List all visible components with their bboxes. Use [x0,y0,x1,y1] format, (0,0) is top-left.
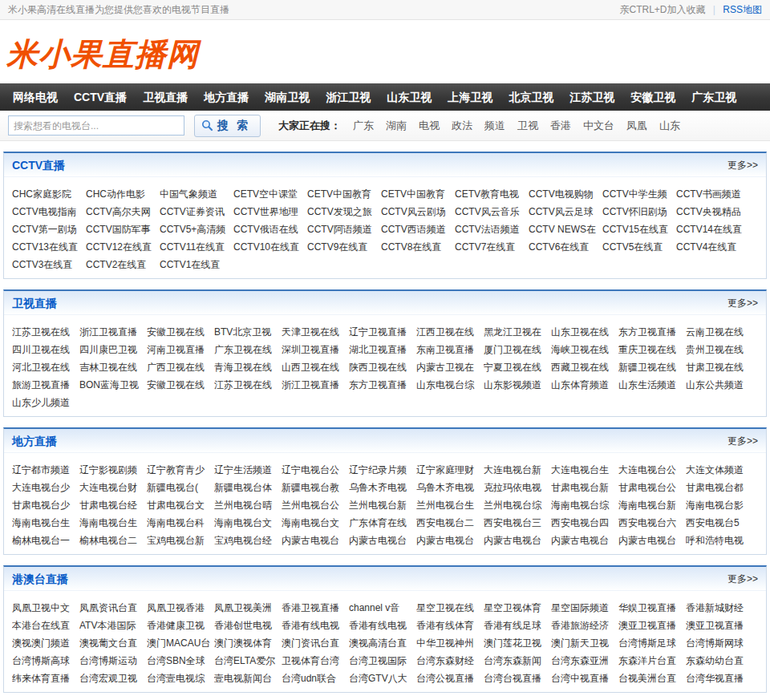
channel-link[interactable]: 台湾东森亚洲 [551,655,609,666]
channel-link[interactable]: 云南卫视在线 [686,326,744,338]
more-link[interactable]: 更多>> [727,291,758,315]
channel-link[interactable]: CCTV电视购物 [529,188,594,200]
channel-link[interactable]: 乌鲁木齐电视 [349,482,407,493]
rss-map-link[interactable]: RSS地图 [723,4,762,15]
site-logo[interactable]: 米小果直播网 [0,20,199,76]
channel-link[interactable]: CCTV发现之旅 [307,206,372,217]
channel-link[interactable]: 安徽卫视在线 [147,326,205,338]
channel-link[interactable]: CCTV8在线直 [381,241,441,253]
channel-link[interactable]: 江苏卫视在线 [214,379,272,390]
channel-link[interactable]: 台湾壹电视综 [147,673,205,684]
section-title[interactable]: 地方直播 [12,429,57,453]
more-link[interactable]: 更多>> [727,567,758,591]
channel-link[interactable]: 香港健康卫视 [147,620,205,631]
channel-link[interactable]: 甘肃电视台公 [618,482,676,493]
channel-link[interactable]: 内蒙古电视台 [618,535,676,546]
channel-link[interactable]: 香港有线体育 [416,620,474,631]
channel-link[interactable]: CCTV中学生频 [602,188,667,200]
channel-link[interactable]: 山东少儿频道 [12,397,70,408]
channel-link[interactable]: 卫视体育台湾 [282,655,339,666]
channel-link[interactable]: CETV空中课堂 [233,188,298,200]
channel-link[interactable]: CCTV风云音乐 [455,206,520,217]
channel-link[interactable]: 辽宁教育青少 [147,464,205,475]
channel-link[interactable]: 香港新城财经 [686,602,744,613]
channel-link[interactable]: 澳门新天卫视 [551,637,609,649]
add-favorite-link[interactable]: 亲CTRL+D加入收藏 [619,4,705,15]
channel-link[interactable]: 台湾SBN全球 [147,655,205,666]
channel-link[interactable]: CCTV12在线直 [86,241,152,253]
channel-link[interactable]: CCTV5+高清频 [160,224,225,235]
channel-link[interactable]: CCTV15在线直 [602,224,668,235]
channel-link[interactable]: CCTV世界地理 [233,206,298,217]
channel-link[interactable]: 澳门MACAU台 [147,637,210,649]
channel-link[interactable]: 中国气象频道 [160,188,217,200]
channel-link[interactable]: 山东卫视在线 [551,326,609,338]
channel-link[interactable]: 东南卫视直播 [416,344,474,355]
channel-link[interactable]: 香港卫视直播 [282,602,339,613]
channel-link[interactable]: 辽宁影视剧频 [79,464,137,475]
channel-link[interactable]: 乌鲁木齐电视 [416,482,474,493]
channel-link[interactable]: 辽宁卫视直播 [349,326,407,338]
channel-link[interactable]: 甘肃电视台都 [686,482,744,493]
channel-link[interactable]: CCTV14在线直 [676,224,742,235]
channel-link[interactable]: 榆林电视台二 [79,535,137,546]
search-button[interactable]: 搜 索 [194,115,261,137]
channel-link[interactable]: 澳门资讯台直 [282,637,339,649]
channel-link[interactable]: ATV本港国际 [79,620,136,631]
channel-link[interactable]: 香港旅游经济 [551,620,609,631]
channel-link[interactable]: 台湾卫视国际 [349,655,407,666]
channel-link[interactable]: 凤凰卫视香港 [147,602,205,613]
channel-link[interactable]: 湖北卫视直播 [349,344,407,355]
channel-link[interactable]: 江西卫视在线 [416,326,474,338]
channel-link[interactable]: 宁夏卫视在线 [484,362,541,373]
channel-link[interactable]: CCTV1在线直 [160,259,220,270]
channel-link[interactable]: 中华卫视神州 [416,637,474,649]
channel-link[interactable]: 台湾东森财经 [416,655,474,666]
channel-link[interactable]: 贵州卫视在线 [686,344,744,355]
channel-link[interactable]: 大连电视台生 [551,464,609,475]
hot-search-link[interactable]: 卫视 [517,119,538,132]
channel-link[interactable]: 辽宁纪录片频 [349,464,407,475]
channel-link[interactable]: 甘肃卫视在线 [686,362,744,373]
channel-link[interactable]: 凤凰卫视美洲 [214,602,272,613]
channel-link[interactable]: 台湾博斯网球 [686,637,744,649]
channel-link[interactable]: 澳亚卫视直播 [618,620,676,631]
channel-link[interactable]: CCTV11在线直 [160,241,225,253]
channel-link[interactable]: 海南电视台文 [214,517,272,528]
nav-item[interactable]: 安徽卫视 [622,83,683,111]
nav-item[interactable]: 山东卫视 [379,83,440,111]
channel-link[interactable]: CCTV电视指南 [12,206,77,217]
channel-link[interactable]: 内蒙古电视台 [484,535,541,546]
channel-link[interactable]: 台湾GTV八大 [349,673,407,684]
channel-link[interactable]: 天津卫视在线 [282,326,339,338]
channel-link[interactable]: 星空卫视体育 [484,602,541,613]
channel-link[interactable]: 东森洋片台直 [618,655,676,666]
channel-link[interactable]: CETV中国教育 [381,188,445,200]
hot-search-link[interactable]: 电视 [419,119,440,132]
nav-item[interactable]: CCTV直播 [66,83,135,111]
channel-link[interactable]: 辽宁电视台公 [282,464,339,475]
channel-link[interactable]: 大连电视台公 [618,464,676,475]
channel-link[interactable]: CCTV第一剧场 [12,224,77,235]
channel-link[interactable]: 本港台在线直 [12,620,70,631]
channel-link[interactable]: 海南电视台影 [686,500,744,511]
channel-link[interactable]: 香港有线电视 [349,620,407,631]
channel-link[interactable]: CCTV风云剧场 [381,206,446,217]
channel-link[interactable]: CCTV5在线直 [602,241,663,253]
channel-link[interactable]: CCTV怀旧剧场 [602,206,667,217]
hot-search-link[interactable]: 广东 [353,119,374,132]
channel-link[interactable]: 广东卫视在线 [214,344,272,355]
channel-link[interactable]: 山东影视频道 [484,379,541,390]
channel-link[interactable]: 华娱卫视直播 [618,602,676,613]
channel-link[interactable]: 广西卫视在线 [147,362,205,373]
channel-link[interactable]: 新疆卫视在线 [618,362,676,373]
channel-link[interactable]: 陕西卫视在线 [349,362,407,373]
channel-link[interactable]: 克拉玛依电视 [484,482,541,493]
channel-link[interactable]: CCTV央视精品 [676,206,741,217]
channel-link[interactable]: 澳门澳视体育 [214,637,272,649]
channel-link[interactable]: 山东电视台综 [416,379,474,390]
channel-link[interactable]: 宝鸡电视台经 [214,535,272,546]
channel-link[interactable]: 兰州电视台晴 [214,500,272,511]
channel-link[interactable]: CCTV6在线直 [529,241,589,253]
channel-link[interactable]: 甘肃电视台经 [79,500,137,511]
